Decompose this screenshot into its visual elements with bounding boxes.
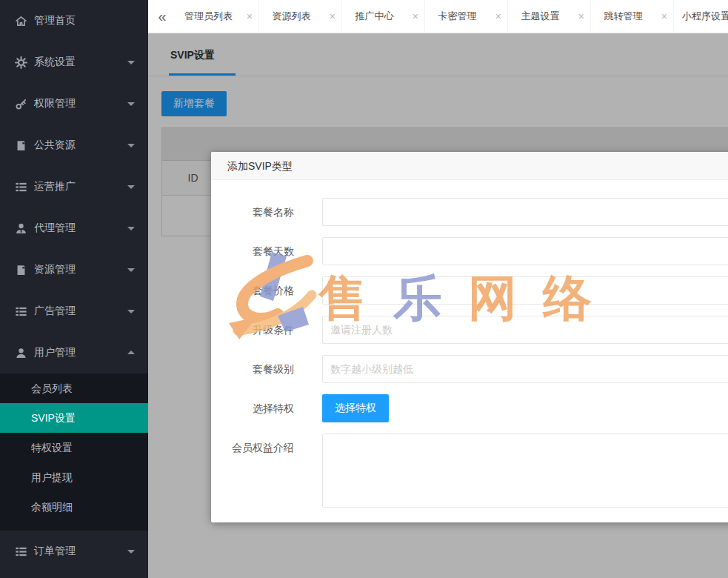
tab-label: 管理员列表 [184, 10, 233, 21]
main-area: « 管理员列表 × 资源列表 × 推广中心 × 卡密管理 × 主题设置 × [148, 0, 728, 578]
tab-theme-settings[interactable]: 主题设置 × [508, 0, 591, 33]
chevron-down-icon [127, 144, 135, 147]
tab-label: 小程序设置 [682, 10, 728, 21]
sidebar-item-label: 资源管理 [34, 263, 76, 276]
agent-icon [15, 222, 27, 235]
sidebar-item-home[interactable]: 管理首页 [0, 0, 148, 41]
resource-icon [15, 264, 27, 276]
form-row: 升级条件 [211, 316, 728, 344]
users-submenu: 会员列表 SVIP设置 特权设置 用户提现 余额明细 [0, 373, 148, 531]
close-icon[interactable]: × [413, 0, 418, 33]
sidebar-item-label: 订单管理 [34, 545, 76, 558]
form-row: 套餐天数 [211, 237, 728, 265]
close-icon[interactable]: × [247, 0, 253, 33]
tab-resource-list[interactable]: 资源列表 × [259, 0, 342, 33]
form-row: 套餐级别 [211, 355, 728, 383]
package-days-label: 套餐天数 [211, 237, 294, 265]
key-icon [15, 98, 27, 110]
close-icon[interactable]: × [661, 0, 667, 33]
form-row: 套餐名称 [211, 198, 728, 226]
sidebar-subitem-svip-settings[interactable]: SVIP设置 [0, 403, 148, 433]
chevron-down-icon [127, 227, 135, 230]
tab-label: 卡密管理 [438, 10, 477, 21]
tab-promotion-center[interactable]: 推广中心 × [342, 0, 425, 33]
chevron-up-icon [127, 351, 135, 354]
list-icon [15, 181, 27, 193]
form-row: 选择特权 选择特权 [211, 394, 728, 422]
close-icon[interactable]: × [330, 0, 335, 33]
package-name-label: 套餐名称 [211, 198, 294, 226]
sidebar-item-operations[interactable]: 运营推广 [0, 166, 148, 207]
upgrade-condition-field[interactable] [322, 316, 728, 344]
sidebar-item-permissions[interactable]: 权限管理 [0, 83, 148, 124]
modal-body: 套餐名称 套餐天数 套餐价格 升级条件 [211, 180, 728, 511]
sidebar-item-resources[interactable]: 资源管理 [0, 249, 148, 290]
sidebar-item-users[interactable]: 用户管理 [0, 332, 148, 373]
content-area: SVIP设置 新增套餐 ID 添加SVIP类型 [148, 33, 728, 578]
member-benefits-label: 会员权益介绍 [211, 434, 294, 511]
package-price-label: 套餐价格 [211, 276, 294, 305]
package-level-field[interactable] [322, 355, 728, 383]
sidebar: 管理首页 系统设置 权限管理 公共资源 [0, 0, 148, 578]
tab-redirect[interactable]: 跳转管理 × [591, 0, 674, 33]
sidebar-subitem-user-withdraw[interactable]: 用户提现 [0, 462, 148, 492]
package-level-label: 套餐级别 [211, 355, 294, 383]
modal-title: 添加SVIP类型 [211, 152, 728, 180]
admin-app: 管理首页 系统设置 权限管理 公共资源 [0, 0, 728, 578]
list-icon [15, 545, 27, 558]
sidebar-item-ads[interactable]: 广告管理 [0, 290, 148, 332]
sidebar-subitem-balance-detail[interactable]: 余额明细 [0, 492, 148, 522]
member-benefits-field[interactable] [322, 434, 728, 508]
select-privilege-label: 选择特权 [211, 394, 294, 422]
sidebar-item-orders[interactable]: 订单管理 [0, 531, 148, 572]
collapse-tabs-icon[interactable]: « [148, 0, 176, 33]
sidebar-item-public-resources[interactable]: 公共资源 [0, 124, 148, 166]
select-privilege-button[interactable]: 选择特权 [322, 394, 389, 422]
upgrade-condition-label: 升级条件 [211, 316, 294, 344]
sidebar-item-agents[interactable]: 代理管理 [0, 207, 148, 249]
tab-label: 主题设置 [521, 10, 560, 21]
sidebar-item-label: 权限管理 [34, 97, 76, 110]
gear-icon [15, 56, 27, 69]
tab-label: 资源列表 [273, 10, 311, 21]
sidebar-item-label: 代理管理 [34, 222, 76, 235]
close-icon[interactable]: × [495, 0, 501, 33]
tabbar: « 管理员列表 × 资源列表 × 推广中心 × 卡密管理 × 主题设置 × [148, 0, 728, 33]
sidebar-subitem-member-list[interactable]: 会员列表 [0, 373, 148, 403]
sidebar-item-label: 运营推广 [34, 180, 76, 193]
package-days-field[interactable] [322, 237, 728, 265]
sidebar-item-label: 广告管理 [34, 305, 76, 318]
package-name-field[interactable] [322, 198, 728, 226]
resource-icon [15, 139, 27, 152]
close-icon[interactable]: × [578, 0, 584, 33]
package-price-field[interactable] [322, 276, 728, 305]
tab-admin-list[interactable]: 管理员列表 × [176, 0, 259, 33]
home-icon [15, 15, 27, 27]
tab-label: 推广中心 [355, 10, 394, 21]
user-icon [15, 347, 27, 359]
sidebar-item-system-settings[interactable]: 系统设置 [0, 41, 148, 83]
chevron-down-icon [127, 550, 135, 554]
tab-card-key[interactable]: 卡密管理 × [425, 0, 508, 33]
chevron-down-icon [127, 102, 135, 106]
sidebar-item-label: 系统设置 [34, 56, 76, 69]
form-row: 会员权益介绍 [211, 434, 728, 511]
add-svip-modal: 添加SVIP类型 套餐名称 套餐天数 套餐价格 [211, 152, 728, 522]
tab-miniprogram[interactable]: 小程序设置 [674, 0, 728, 33]
sidebar-item-label: 公共资源 [34, 139, 76, 152]
sidebar-item-label: 管理首页 [34, 14, 76, 27]
sidebar-item-label: 用户管理 [34, 346, 76, 359]
sidebar-subitem-privilege-settings[interactable]: 特权设置 [0, 433, 148, 462]
chevron-down-icon [127, 268, 135, 272]
form-row: 套餐价格 [211, 276, 728, 305]
list-icon [15, 305, 27, 318]
chevron-down-icon [127, 310, 135, 313]
chevron-down-icon [127, 185, 135, 189]
chevron-down-icon [127, 61, 135, 64]
tab-label: 跳转管理 [604, 10, 643, 21]
